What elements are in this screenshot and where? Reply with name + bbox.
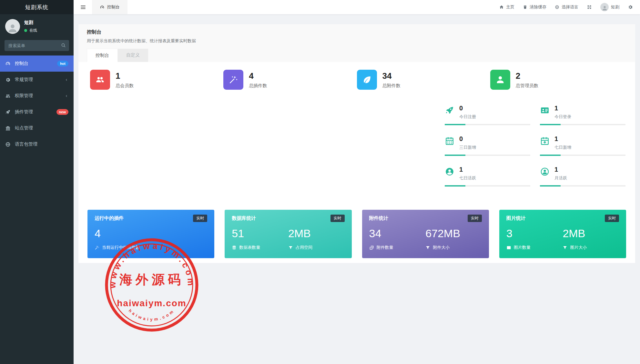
- progress-bar: [445, 185, 530, 187]
- topbar: 控制台 主页 清除缓存 选择语言 短剧: [74, 0, 640, 14]
- mini-stats-grid: 0 今日注册 1 今日登录: [445, 105, 625, 187]
- stat-tile: [90, 70, 110, 90]
- topbar-tab-dashboard[interactable]: 控制台: [92, 0, 127, 14]
- topbar-tab-label: 控制台: [107, 4, 120, 10]
- sidebar-item-label: 插件管理: [15, 109, 33, 115]
- globe-icon: [5, 142, 11, 147]
- stat-label: 总插件数: [249, 83, 267, 89]
- stat-total-attachments: 34 总附件数: [357, 70, 490, 90]
- chevron-left-icon: [64, 94, 68, 98]
- gear-icon: [628, 5, 633, 10]
- users-icon: [5, 93, 11, 99]
- card-image-stats: 图片统计 实时 3 图片数量 2MB 图片大小: [499, 210, 626, 258]
- mini-stat-month-active: 1 月活跃: [540, 166, 625, 187]
- sidebar-item-general[interactable]: 常规管理: [0, 72, 74, 88]
- users-icon: [95, 75, 105, 85]
- stat-label: 总附件数: [382, 83, 401, 89]
- leaf-icon: [362, 75, 372, 85]
- tab-dashboard[interactable]: 控制台: [87, 49, 118, 62]
- stat-tile: [223, 70, 243, 90]
- fullscreen-button[interactable]: [587, 5, 592, 10]
- filter-icon: [288, 245, 293, 250]
- progress-bar: [540, 155, 625, 156]
- tab-custom[interactable]: 自定义: [118, 49, 148, 62]
- hamburger-menu-icon[interactable]: [80, 4, 86, 10]
- sidebar-item-dashboard[interactable]: 控制台 hot: [0, 56, 74, 72]
- user-menu[interactable]: 短剧: [600, 3, 619, 11]
- fullscreen-icon: [587, 5, 592, 10]
- page-subtitle: 用于展示当前系统中的统计数据、统计报表及重要实时数据: [87, 38, 627, 44]
- avatar: [600, 3, 609, 11]
- calendar-plus-icon: [540, 136, 550, 146]
- mini-stat-3day-new: 0 三日新增: [445, 135, 530, 156]
- topbar-username: 短剧: [611, 4, 619, 10]
- sidebar-item-label: 站点管理: [15, 125, 33, 131]
- mini-stat-7day-active: 1 七日活跃: [445, 166, 530, 187]
- stat-total-members: 1 总会员数: [90, 70, 223, 90]
- progress-bar: [445, 124, 530, 125]
- user-icon: [495, 75, 505, 85]
- progress-bar: [540, 124, 625, 125]
- sidebar-item-label: 常规管理: [15, 77, 33, 83]
- main-content: 控制台 用于展示当前系统中的统计数据、统计报表及重要实时数据 控制台 自定义 1…: [74, 14, 640, 364]
- image-icon: [506, 245, 511, 250]
- sidebar: 短剧系统 短剧 在线 控制台 hot 常规管理 权限管理: [0, 0, 74, 364]
- magic-wand-icon: [95, 245, 99, 250]
- id-card-icon: [540, 106, 550, 115]
- app-title: 短剧系统: [0, 0, 74, 14]
- person-icon: [602, 5, 608, 11]
- user-name: 短剧: [24, 20, 37, 25]
- person-icon: [7, 23, 18, 34]
- select-language-button[interactable]: 选择语言: [555, 4, 578, 10]
- search-icon[interactable]: [61, 43, 66, 48]
- online-status-label: 在线: [29, 28, 37, 33]
- rocket-icon: [5, 109, 11, 115]
- menu-search-input[interactable]: [5, 40, 69, 51]
- realtime-cards-row: 运行中的插件 实时 4 当前运行中的插件数 数据库统计 实时: [87, 210, 626, 258]
- language-icon: [555, 5, 559, 9]
- stat-total-admins: 2 总管理员数: [490, 70, 624, 90]
- database-icon: [232, 245, 237, 250]
- new-badge: new: [56, 109, 68, 115]
- clear-cache-button[interactable]: 清除缓存: [523, 4, 546, 10]
- card-running-addons: 运行中的插件 实时 4 当前运行中的插件数: [87, 210, 214, 258]
- sidebar-item-site[interactable]: 站点管理: [0, 120, 74, 136]
- settings-button[interactable]: [628, 5, 633, 10]
- stat-value: 1: [116, 71, 134, 81]
- user-circle-icon: [445, 167, 454, 177]
- realtime-badge: 实时: [468, 215, 482, 222]
- gauge-icon: [5, 61, 11, 66]
- hot-badge: hot: [57, 61, 68, 66]
- card-database-stats: 数据库统计 实时 51 数据表数量 2MB 占用空间: [225, 210, 351, 258]
- gauge-icon: [100, 5, 105, 10]
- home-icon: [499, 5, 504, 9]
- dashboard-panel: 控制台 用于展示当前系统中的统计数据、统计报表及重要实时数据 控制台 自定义 1…: [78, 24, 635, 263]
- online-status-dot: [24, 29, 27, 32]
- mini-stat-today-registered: 0 今日注册: [445, 105, 530, 125]
- stat-tile: [357, 70, 377, 90]
- progress-bar: [540, 185, 625, 187]
- bank-icon: [5, 126, 11, 131]
- user-circle-outline-icon: [540, 167, 550, 177]
- gear-icon: [5, 77, 11, 83]
- sidebar-item-addon[interactable]: 插件管理 new: [0, 104, 74, 120]
- home-button[interactable]: 主页: [499, 4, 514, 10]
- sidebar-item-auth[interactable]: 权限管理: [0, 88, 74, 104]
- card-attachment-stats: 附件统计 实时 34 附件数量 672MB 附件大小: [362, 210, 489, 258]
- sidebar-item-label: 控制台: [15, 61, 28, 66]
- realtime-badge: 实时: [193, 215, 207, 222]
- stat-label: 总会员数: [116, 83, 134, 89]
- sidebar-user-panel: 短剧 在线: [0, 14, 74, 38]
- trash-icon: [523, 5, 527, 9]
- magic-wand-icon: [229, 75, 238, 85]
- stat-tile: [490, 70, 510, 90]
- rocket-icon: [445, 106, 454, 115]
- sidebar-item-label: 语言包管理: [15, 141, 37, 147]
- panel-tabs: 控制台 自定义: [87, 49, 627, 62]
- filter-icon: [563, 245, 567, 250]
- sidebar-item-language-pack[interactable]: 语言包管理: [0, 136, 74, 152]
- realtime-badge: 实时: [330, 215, 345, 222]
- realtime-badge: 实时: [605, 215, 619, 222]
- chevron-left-icon: [64, 78, 68, 82]
- calendar-icon: [445, 136, 454, 146]
